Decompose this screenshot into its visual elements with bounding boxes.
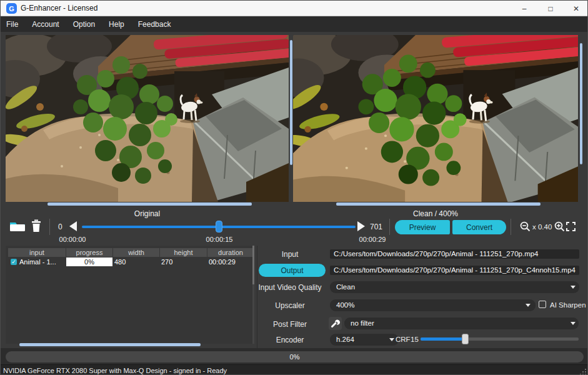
column-header-duration[interactable]: duration [207, 248, 254, 257]
post-filter-dropdown[interactable]: no filter [344, 318, 579, 329]
timecode-end: 00:00:29 [351, 236, 394, 243]
output-button[interactable]: Output [259, 264, 326, 277]
right-arrow-icon [357, 221, 365, 231]
zoom-level-value: x 0.40 [532, 223, 552, 231]
zoom-out-icon [520, 221, 531, 232]
app-window: G G-Enhancer - Licensed – □ ✕ File Accou… [0, 0, 588, 375]
status-text: NVIDIA GeForce RTX 2080 Super with Max-Q… [1, 367, 227, 374]
crf-value: 15 [411, 336, 419, 343]
delete-button[interactable] [31, 219, 42, 233]
left-arrow-icon [69, 221, 77, 231]
timeline-end-frame: 701 [370, 222, 382, 231]
total-progress-bar: 0% [6, 351, 584, 362]
app-logo-icon: G [6, 3, 17, 14]
status-bar: NVIDIA GeForce RTX 2080 Super with Max-Q… [1, 364, 587, 375]
step-forward-button[interactable] [357, 221, 365, 231]
output-path-field[interactable]: C:/Users/tom/Downloads/270p/270p/Animal … [330, 266, 579, 275]
window-title: G-Enhancer - Licensed [21, 4, 97, 12]
chevron-down-icon [389, 338, 394, 341]
menu-account[interactable]: Account [32, 20, 59, 29]
queue-table: input progress width height duration ✓ A… [6, 246, 254, 344]
table-horizontal-scrollbar[interactable] [19, 343, 201, 346]
menu-option[interactable]: Option [73, 20, 95, 29]
title-bar: G G-Enhancer - Licensed – □ ✕ [1, 1, 587, 16]
fullscreen-icon [566, 222, 576, 231]
timecode-start: 00:00:00 [51, 236, 94, 243]
video-preview-original[interactable] [6, 35, 289, 202]
post-filter-label: Post Filter [254, 320, 326, 329]
wrench-icon [331, 319, 340, 328]
input-path-field[interactable]: C:/Users/tom/Downloads/270p/270p/Animal … [330, 249, 579, 259]
open-folder-button[interactable] [9, 219, 26, 233]
fullscreen-button[interactable] [566, 222, 576, 231]
column-header-width[interactable]: width [113, 248, 159, 257]
cell-input: Animal - 1... [19, 258, 64, 266]
left-video-vertical-scrollbar[interactable] [290, 40, 292, 165]
close-button[interactable]: ✕ [564, 1, 588, 16]
menu-help[interactable]: Help [109, 20, 124, 29]
cell-width: 480 [114, 258, 158, 266]
preview-button[interactable]: Preview [395, 220, 450, 234]
column-header-progress[interactable]: progress [66, 248, 112, 257]
encoder-dropdown[interactable]: h.264 [330, 334, 399, 346]
step-back-button[interactable] [69, 221, 77, 231]
timeline-slider-handle[interactable] [216, 221, 222, 232]
upscaler-label: Upscaler [254, 301, 326, 310]
cell-height: 270 [161, 258, 205, 266]
zoom-in-icon [554, 221, 565, 232]
cell-duration: 00:00:29 [209, 258, 254, 266]
column-header-input[interactable]: input [8, 248, 66, 257]
row-checkbox[interactable]: ✓ [11, 259, 17, 265]
zoom-in-button[interactable] [554, 221, 565, 232]
chevron-down-icon [571, 322, 576, 325]
upscaler-dropdown[interactable]: 400% [330, 299, 536, 311]
menu-bar: File Account Option Help Feedback [1, 17, 587, 32]
input-video-quality-label: Input Video Quality [254, 283, 326, 292]
enhanced-pane-label: Clean / 400% [293, 209, 578, 218]
folder-icon [9, 220, 26, 232]
right-video-vertical-scrollbar[interactable] [580, 43, 582, 164]
input-video-quality-dropdown[interactable]: Clean [330, 281, 579, 293]
crf-label: CRF [396, 336, 411, 343]
post-filter-settings-button[interactable] [329, 317, 342, 330]
cell-progress: 0% [66, 258, 112, 266]
minimize-button[interactable]: – [512, 1, 537, 16]
video-preview-enhanced[interactable] [293, 35, 578, 202]
chevron-down-icon [571, 286, 576, 289]
menu-feedback[interactable]: Feedback [138, 20, 171, 29]
maximize-button[interactable]: □ [538, 1, 563, 16]
input-label: Input [254, 250, 326, 259]
menu-file[interactable]: File [6, 20, 18, 29]
timeline-start-frame: 0 [58, 222, 62, 231]
ai-sharpen-label: AI Sharpen [550, 301, 586, 309]
convert-button[interactable]: Convert [452, 220, 506, 234]
original-pane-label: Original [6, 209, 289, 218]
column-header-height[interactable]: height [160, 248, 207, 257]
encoder-label: Encoder [254, 336, 326, 344]
trash-icon [31, 219, 41, 232]
right-video-horizontal-scrollbar[interactable] [336, 202, 541, 206]
chevron-down-icon [526, 304, 531, 307]
timecode-current: 00:00:15 [197, 236, 241, 243]
zoom-out-button[interactable] [520, 221, 531, 232]
ai-sharpen-checkbox[interactable] [539, 301, 546, 308]
left-video-horizontal-scrollbar[interactable] [47, 202, 252, 206]
resize-grip[interactable] [580, 368, 587, 375]
crf-slider-handle[interactable] [462, 334, 469, 344]
